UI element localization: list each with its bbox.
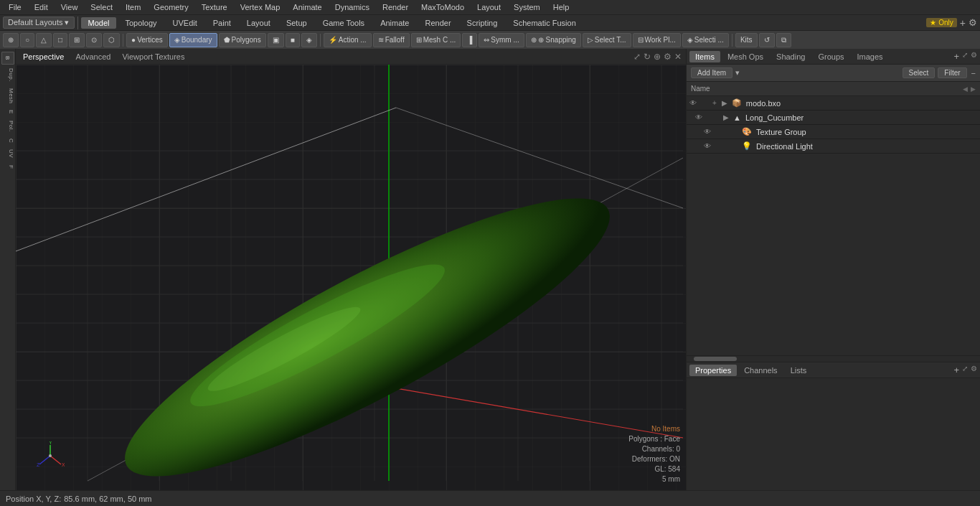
add-item-dropdown-arrow[interactable]: ▾ <box>735 68 740 78</box>
tb-work-plane[interactable]: ⊟ Work Pl... <box>633 33 681 47</box>
tab-model[interactable]: Model <box>81 17 117 29</box>
props-tab-lists[interactable]: Lists <box>785 365 813 376</box>
menu-geometry[interactable]: Geometry <box>148 1 194 13</box>
menu-system[interactable]: System <box>508 1 546 13</box>
menu-help[interactable]: Help <box>547 1 575 13</box>
tab-groups[interactable]: Groups <box>812 51 849 62</box>
tab-images[interactable]: Images <box>852 51 889 62</box>
vp-icon-move[interactable]: ⤢ <box>633 52 641 62</box>
viewport-canvas[interactable]: No Items Polygons : Face Channels: 0 Def… <box>16 65 686 490</box>
props-tab-channels[interactable]: Channels <box>738 365 783 376</box>
tb-box[interactable]: ⊞ <box>69 33 85 47</box>
list-item[interactable]: 👁 ▶ 💡 Directional Light <box>687 139 980 154</box>
tb-snapping[interactable]: ⊕ ⊕ Snapping <box>526 33 581 47</box>
list-item[interactable]: 👁 ▶ 🎨 Texture Group <box>687 125 980 139</box>
menu-maxtomodo[interactable]: MaxToModo <box>415 1 470 13</box>
vp-icon-close[interactable]: ✕ <box>674 52 682 62</box>
tb-viewport-toggle[interactable]: ⧉ <box>776 33 791 47</box>
sidebar-btn-1[interactable]: B <box>1 52 14 65</box>
scrollbar-track[interactable] <box>687 356 980 362</box>
tb-solid[interactable]: ■ <box>286 33 300 47</box>
sidebar-label-mesh[interactable]: Mesh <box>1 85 14 107</box>
menu-render[interactable]: Render <box>377 1 414 13</box>
sidebar-label-uv[interactable]: UV <box>1 146 14 161</box>
list-item[interactable]: 👁 + ▶ 📦 modo.bxo <box>687 96 980 111</box>
tab-scripting[interactable]: Scripting <box>460 17 505 29</box>
filter-button[interactable]: Filter <box>938 67 966 78</box>
tb-square[interactable]: □ <box>53 33 67 47</box>
tab-paint[interactable]: Paint <box>206 17 238 29</box>
vp-tab-textures[interactable]: Viewport Textures <box>119 52 187 62</box>
vp-tab-perspective[interactable]: Perspective <box>20 52 67 62</box>
header-icon-1[interactable]: ◀ <box>963 85 968 93</box>
tb-selection[interactable]: ◈ Selecti ... <box>682 33 729 47</box>
layout-dropdown[interactable]: Default Layouts ▾ <box>3 17 75 29</box>
menu-select[interactable]: Select <box>85 1 118 13</box>
scrollbar-thumb[interactable] <box>694 357 737 361</box>
tb-rotate[interactable]: ↺ <box>759 33 775 47</box>
header-icon-2[interactable]: ▶ <box>971 85 976 93</box>
tb-select-tool[interactable]: ▷ Select T... <box>583 33 631 47</box>
props-settings-icon[interactable]: ⚙ <box>971 365 977 375</box>
panel-plus-icon[interactable]: + <box>953 51 959 62</box>
tb-action[interactable]: ⚡ Action ... <box>324 33 372 47</box>
tb-kits[interactable]: Kits <box>735 33 758 47</box>
items-list[interactable]: 👁 + ▶ 📦 modo.bxo 👁 ▶ ▲ Long_Cucumber 👁 <box>687 96 980 355</box>
sidebar-label-pol[interactable]: Pol. <box>1 118 14 135</box>
add-icon-0[interactable]: + <box>712 99 717 107</box>
menu-edit[interactable]: Edit <box>29 1 54 13</box>
panel-settings-icon[interactable]: ⚙ <box>971 51 977 62</box>
tb-vertices[interactable]: ● Vertices <box>126 33 168 47</box>
tb-wire[interactable]: ◈ <box>301 33 317 47</box>
menu-animate[interactable]: Animate <box>287 1 327 13</box>
tb-boundary[interactable]: ◈ Boundary <box>169 33 217 47</box>
tb-mesh-c[interactable]: ⊞ Mesh C ... <box>411 33 461 47</box>
menu-layout[interactable]: Layout <box>471 1 507 13</box>
tab-animate[interactable]: Animate <box>373 17 416 29</box>
tab-mesh-ops[interactable]: Mesh Ops <box>722 51 769 62</box>
layout-plus-icon[interactable]: + <box>960 17 966 29</box>
arrow-icon-1[interactable]: ▶ <box>723 113 729 121</box>
props-tab-properties[interactable]: Properties <box>689 365 737 376</box>
add-item-button[interactable]: Add Item <box>691 67 732 78</box>
tab-layout[interactable]: Layout <box>240 17 278 29</box>
panel-expand-icon[interactable]: ⤢ <box>962 51 968 62</box>
tb-select-mode[interactable]: ▣ <box>268 33 284 47</box>
eye-icon-3[interactable]: 👁 <box>704 142 714 150</box>
select-button[interactable]: Select <box>903 67 936 78</box>
menu-dynamics[interactable]: Dynamics <box>329 1 375 13</box>
menu-vertex-map[interactable]: Vertex Map <box>235 1 286 13</box>
menu-file[interactable]: File <box>3 1 27 13</box>
tb-falloff[interactable]: ≋ Falloff <box>373 33 410 47</box>
vp-icon-zoom[interactable]: ⊕ <box>654 52 661 62</box>
tb-symm[interactable]: ⇔ Symm ... <box>479 33 524 47</box>
tab-setup[interactable]: Setup <box>279 17 314 29</box>
menu-texture[interactable]: Texture <box>196 1 233 13</box>
menu-item[interactable]: Item <box>120 1 146 13</box>
tab-uvedit[interactable]: UVEdit <box>166 17 204 29</box>
sidebar-label-dup[interactable]: Dup. <box>1 65 14 85</box>
items-minus-icon[interactable]: − <box>971 69 976 78</box>
tb-circle[interactable]: ○ <box>20 33 34 47</box>
tb-new[interactable]: ⊕ <box>3 33 19 47</box>
eye-icon-0[interactable]: 👁 <box>689 99 699 107</box>
menu-view[interactable]: View <box>55 1 84 13</box>
vp-icon-settings[interactable]: ⚙ <box>664 52 672 62</box>
arrow-icon-0[interactable]: ▶ <box>722 99 727 107</box>
tab-shading[interactable]: Shading <box>771 51 811 62</box>
tb-tool1[interactable]: ⊙ <box>86 33 102 47</box>
props-expand-icon[interactable]: ⤢ <box>962 365 968 375</box>
tb-polygons[interactable]: ⬟ Polygons <box>219 33 266 47</box>
eye-icon-1[interactable]: 👁 <box>695 113 705 121</box>
sidebar-label-e[interactable]: E <box>1 107 14 117</box>
tab-game-tools[interactable]: Game Tools <box>316 17 372 29</box>
layout-settings-icon[interactable]: ⚙ <box>969 17 977 28</box>
eye-icon-2[interactable]: 👁 <box>704 128 714 136</box>
tab-render[interactable]: Render <box>418 17 458 29</box>
tab-schematic-fusion[interactable]: Schematic Fusion <box>506 17 583 29</box>
tb-bar[interactable]: ▐ <box>462 33 477 47</box>
vp-icon-rotate[interactable]: ↻ <box>644 52 651 62</box>
tab-items[interactable]: Items <box>689 51 720 62</box>
sidebar-label-f[interactable]: F <box>1 162 14 172</box>
list-item[interactable]: 👁 ▶ ▲ Long_Cucumber <box>687 111 980 125</box>
